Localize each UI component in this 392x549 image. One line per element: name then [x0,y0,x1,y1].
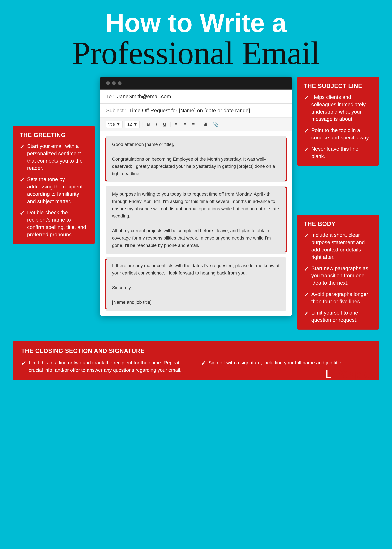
email-titlebar [100,77,292,90]
greeting-body: Congratulations on becoming Employee of … [112,155,280,177]
check-icon-1: ✓ [20,143,25,151]
email-greeting-section: Good afternoon [name or title], Congratu… [106,136,286,182]
body-item-2: ✓ Start new paragraphs as you transition… [304,265,372,287]
body-box: THE BODY ✓ Include a short, clear purpos… [297,215,379,330]
greeting-title: THE GREETING [20,132,88,139]
closing-para: If there are any major conflicts with th… [112,262,280,277]
to-label: To : [106,93,115,99]
subject-item-3: ✓ Never leave this line blank. [304,145,372,160]
staples-text: Staples [338,368,376,380]
check-icon-c2: ✓ [201,359,206,367]
signature: [Name and job title] [112,299,280,306]
email-toolbar: title ▼ 12 ▼ B I U ≡ [100,118,292,131]
greeting-text: Good afternoon [name or title], [112,141,280,148]
bold-button[interactable]: B [145,121,152,128]
check-icon-b4: ✓ [304,310,309,318]
greeting-item-2-text: Sets the tone by addressing the recipien… [27,176,88,205]
right-panel: THE SUBJECT LINE ✓ Helps clients and col… [297,77,379,334]
greeting-box: THE GREETING ✓ Start your email with a p… [13,126,95,244]
subject-item-2-text: Point to the topic in a concise and spec… [311,127,372,141]
align-center-button[interactable]: ≡ [182,121,188,128]
dot-1 [106,81,110,85]
check-icon-s2: ✓ [304,127,309,135]
staples-logo: Staples [324,368,376,380]
closing-item-2: ✓ Sign off with a signature, including y… [201,359,371,367]
body-item-4-text: Limit yourself to one question or reques… [311,309,372,324]
greeting-bracket-left [105,138,107,181]
subject-item-2: ✓ Point to the topic in a concise and sp… [304,127,372,141]
dot-2 [112,81,116,85]
font-selector[interactable]: title ▼ [106,120,123,128]
greeting-item-1-text: Start your email with a personalized sen… [27,142,88,172]
subject-item-1-text: Helps clients and colleagues immediately… [311,93,372,123]
greeting-bracket-right [285,138,287,181]
image-button[interactable]: ⊞ [202,121,209,128]
closing-title: THE CLOSING SECTION AND SIGNATURE [21,348,371,354]
body-item-3: ✓ Avoid paragraphs longer than four or f… [304,290,372,305]
subject-line-title: THE SUBJECT LINE [304,83,372,90]
body-item-2-text: Start new paragraphs as you transition f… [311,265,372,287]
email-closing-section: If there are any major conflicts with th… [106,257,286,311]
header-line2: Professional Email [7,36,385,70]
email-inner: To : JaneSmith@email.com Subject : Time … [100,90,292,316]
check-icon-s3: ✓ [304,146,309,154]
dot-3 [118,81,121,85]
subject-item-1: ✓ Helps clients and colleagues immediate… [304,93,372,123]
closing-item-2-text: Sign off with a signature, including you… [208,359,343,366]
bottom-wrapper: THE CLOSING SECTION AND SIGNATURE ✓ Limi… [0,334,392,393]
subject-label: Subject : [106,107,126,113]
closing-bracket-left [105,259,107,309]
left-panel: THE GREETING ✓ Start your email with a p… [13,126,95,249]
greeting-item-3-text: Double-check the recipient's name to con… [27,209,88,238]
check-icon-2: ✓ [20,176,25,184]
check-icon-b2: ✓ [304,265,309,273]
center-panel: To : JaneSmith@email.com Subject : Time … [95,77,297,316]
subject-item-3-text: Never leave this line blank. [311,145,372,160]
body-para1: My purpose in writing to you today is to… [112,190,280,220]
toolbar-divider-2 [170,122,171,127]
body-item-4: ✓ Limit yourself to one question or requ… [304,309,372,324]
subject-line-box: THE SUBJECT LINE ✓ Helps clients and col… [297,77,379,166]
body-item-3-text: Avoid paragraphs longer than four or fiv… [311,290,372,305]
email-body: Good afternoon [name or title], Congratu… [100,136,292,311]
check-icon-b1: ✓ [304,232,309,240]
size-dropdown-icon: ▼ [133,122,138,127]
font-dropdown-icon: ▼ [116,122,120,127]
size-selector[interactable]: 12 ▼ [125,120,140,128]
font-label: title [108,122,115,127]
greeting-item-2: ✓ Sets the tone by addressing the recipi… [20,176,88,205]
email-mockup: To : JaneSmith@email.com Subject : Time … [100,77,292,316]
header-line1: How to Write a [7,10,385,36]
closing-col-1: ✓ Limit this to a line or two and thank … [21,359,191,374]
toolbar-divider-1 [142,122,142,127]
body-title: THE BODY [304,221,372,227]
underline-button[interactable]: U [161,121,168,128]
email-subject-field: Subject : Time Off Request for [Name] on… [100,104,292,118]
main-content: THE GREETING ✓ Start your email with a p… [0,77,392,334]
size-label: 12 [127,122,132,127]
italic-button[interactable]: I [154,121,159,128]
check-icon-c1: ✓ [21,359,26,367]
sign-off: Sincerely, [112,284,280,291]
closing-item-1: ✓ Limit this to a line or two and thank … [21,359,191,374]
check-icon-3: ✓ [20,209,25,217]
bottom-section: THE CLOSING SECTION AND SIGNATURE ✓ Limi… [0,334,392,393]
body-item-1: ✓ Include a short, clear purpose stateme… [304,231,372,260]
email-body-section: My purpose in writing to you today is to… [106,186,286,254]
body-bracket-right [285,187,287,252]
check-icon-b3: ✓ [304,291,309,299]
body-item-1-text: Include a short, clear purpose statement… [311,231,372,260]
align-left-button[interactable]: ≡ [173,121,179,128]
greeting-item-3: ✓ Double-check the recipient's name to c… [20,209,88,238]
to-value: JaneSmith@email.com [117,93,171,99]
align-right-button[interactable]: ≡ [190,121,196,128]
toolbar-divider-3 [199,122,199,127]
closing-item-1-text: Limit this to a line or two and thank th… [29,359,191,374]
attach-button[interactable]: 📎 [211,121,220,128]
greeting-item-1: ✓ Start your email with a personalized s… [20,142,88,172]
body-para2: All of my current projects will be compl… [112,227,280,249]
subject-value: Time Off Request for [Name] on [date or … [129,107,250,113]
email-to-field: To : JaneSmith@email.com [100,90,292,104]
closing-section-box: THE CLOSING SECTION AND SIGNATURE ✓ Limi… [13,341,379,380]
header: How to Write a Professional Email [0,0,392,77]
